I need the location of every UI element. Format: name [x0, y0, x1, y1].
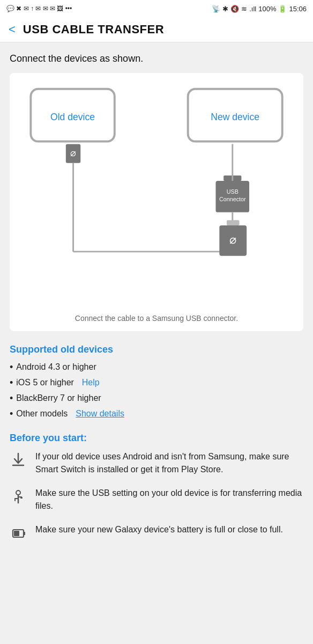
svg-text:Old device: Old device — [50, 112, 95, 122]
supported-title: Supported old devices — [10, 344, 303, 355]
status-bar: 💬 ✖ ✉ ↑ ✉ ✉ ✉ 🖼 ••• 📡 ✱ 🔇 ≋ .ıll 100% 🔋 … — [0, 0, 313, 17]
header: < USB CABLE TRANSFER — [0, 17, 313, 42]
status-icons: 💬 ✖ ✉ ↑ ✉ ✉ ✉ 🖼 ••• — [6, 5, 72, 12]
tip-text-1: If your old device uses Android and isn'… — [35, 450, 303, 476]
wifi-icon: ≋ — [241, 5, 247, 13]
main-content: Connect the devices as shown. Old device… — [0, 42, 313, 565]
help-link[interactable]: Help — [82, 378, 100, 387]
item-text: BlackBerry 7 or higher — [16, 393, 101, 403]
before-start-title: Before you start: — [10, 433, 303, 444]
list-item: Android 4.3 or higher — [10, 362, 303, 373]
svg-text:⌀: ⌀ — [229, 233, 236, 246]
svg-text:⌀: ⌀ — [70, 148, 76, 158]
item-text: iOS 5 or higher — [16, 378, 79, 387]
diagram-box: Old device New device ⌀ USB Connector — [10, 73, 303, 331]
svg-rect-24 — [20, 497, 23, 499]
tip-item-3: Make sure your new Galaxy device's batte… — [10, 523, 303, 541]
bluetooth-icon: ✱ — [222, 5, 228, 13]
supported-list: Android 4.3 or higher iOS 5 or higher He… — [10, 362, 303, 420]
back-button[interactable]: < — [9, 23, 16, 36]
svg-text:New device: New device — [211, 112, 259, 122]
svg-rect-26 — [24, 532, 25, 535]
supported-section: Supported old devices Android 4.3 or hig… — [10, 344, 303, 420]
tip-text-3: Make sure your new Galaxy device's batte… — [35, 523, 303, 536]
time: 15:06 — [289, 5, 307, 13]
signal-icon: .ıll — [249, 5, 256, 13]
usb-icon — [10, 488, 27, 505]
show-details-link[interactable]: Show details — [76, 409, 124, 419]
svg-rect-27 — [14, 531, 19, 536]
svg-text:Connector: Connector — [219, 196, 246, 202]
battery-icon: 🔋 — [278, 5, 287, 13]
battery-icon — [10, 524, 27, 541]
item-text: Other models — [16, 409, 72, 419]
svg-rect-13 — [227, 220, 239, 225]
status-right: 📡 ✱ 🔇 ≋ .ıll 100% 🔋 15:06 — [212, 5, 307, 13]
svg-text:USB: USB — [227, 188, 239, 195]
notification-icons: 💬 ✖ ✉ ↑ ✉ ✉ ✉ 🖼 ••• — [6, 5, 72, 12]
connect-instruction: Connect the devices as shown. — [10, 53, 303, 64]
list-item: Other models Show details — [10, 408, 303, 420]
before-start-section: Before you start: If your old device use… — [10, 433, 303, 541]
cast-icon: 📡 — [212, 5, 220, 13]
tip-item-1: If your old device uses Android and isn'… — [10, 450, 303, 476]
usb-diagram: Old device New device ⌀ USB Connector — [15, 84, 298, 304]
battery-percent: 100% — [258, 5, 276, 13]
page-title: USB CABLE TRANSFER — [23, 23, 164, 36]
item-text: Android 4.3 or higher — [16, 362, 96, 372]
tip-text-2: Make sure the USB setting on your old de… — [35, 487, 303, 513]
download-icon — [10, 451, 27, 469]
tip-item-2: Make sure the USB setting on your old de… — [10, 487, 303, 513]
list-item: iOS 5 or higher Help — [10, 377, 303, 389]
mute-icon: 🔇 — [230, 5, 239, 13]
diagram-caption: Connect the cable to a Samsung USB conne… — [15, 314, 298, 323]
list-item: BlackBerry 7 or higher — [10, 393, 303, 404]
